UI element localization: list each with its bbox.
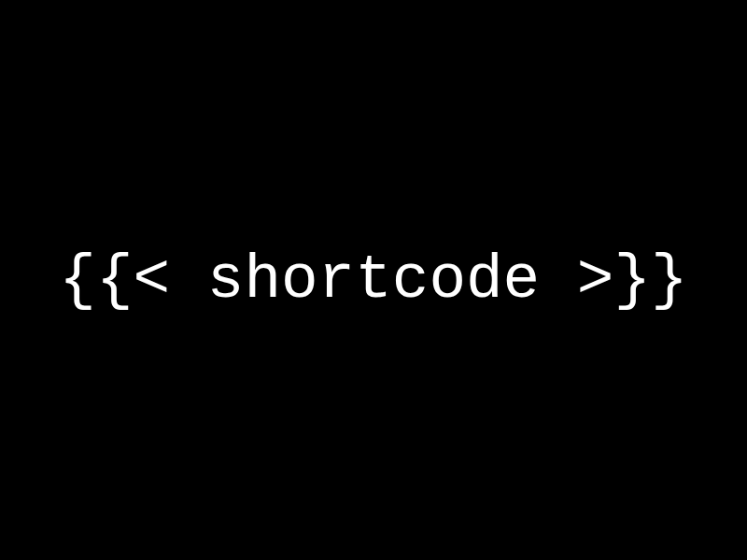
shortcode-syntax-text: {{< shortcode >}} bbox=[59, 245, 687, 315]
